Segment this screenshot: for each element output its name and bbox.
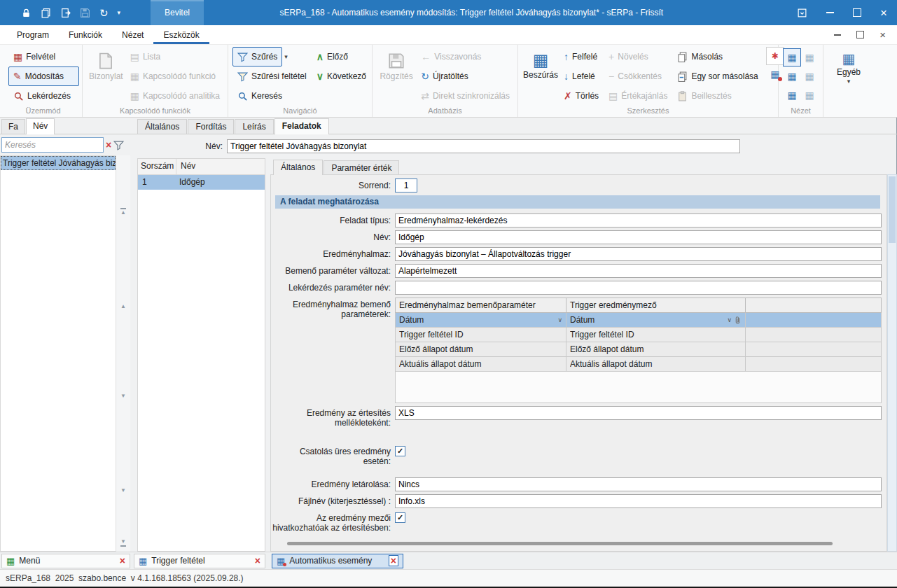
felfele-button[interactable]: ↑ Felfelé <box>559 47 604 66</box>
table-row[interactable]: Trigger feltétel ID Trigger feltétel ID <box>395 328 882 342</box>
bizonylat-button[interactable]: Bizonylat <box>87 47 125 106</box>
lista-button[interactable]: ▤ Lista <box>125 47 225 66</box>
eredmenyhalmaz-input[interactable] <box>395 247 882 261</box>
hivatkozas-checkbox[interactable]: ✓ <box>395 512 405 523</box>
beillesztes-button[interactable]: Beillesztés <box>672 86 763 106</box>
close-tab-icon[interactable]: × <box>255 556 260 566</box>
view-mode-4-button[interactable]: ▦ <box>800 67 819 85</box>
bemeno-valtozat-input[interactable] <box>395 264 882 278</box>
kapcsolodo-analitika-button[interactable]: ▦ Kapcsolódó analitika <box>125 86 225 106</box>
feladat-tipus-input[interactable] <box>395 214 882 227</box>
szures-button[interactable]: Szűrés <box>232 47 282 66</box>
vertical-scrollbar[interactable] <box>887 174 897 552</box>
bottom-tab-menu[interactable]: ▦ Menü × <box>1 554 130 568</box>
mdi-close-button[interactable]: × <box>879 29 886 40</box>
column-header-bemenoparameter[interactable]: Eredményhalmaz bemenőparaméter <box>395 298 566 313</box>
menu-funkciok[interactable]: Funkciók <box>59 25 112 44</box>
ertekajanlas-button[interactable]: ▤ Értékajánlás <box>604 86 672 106</box>
tab-altalanos[interactable]: Általános <box>137 119 187 134</box>
view-mode-6-button[interactable]: ▦ <box>800 86 819 104</box>
scroll-last-button[interactable]: ▼ <box>116 539 130 547</box>
lekerdezes-param-input[interactable] <box>395 281 882 295</box>
felvetel-button[interactable]: ▦ Felvétel <box>8 47 79 66</box>
egy-sor-masolasa-button[interactable]: Egy sor másolása <box>672 66 763 86</box>
tab-leiras[interactable]: Leírás <box>235 119 273 134</box>
menu-program[interactable]: Program <box>7 25 59 44</box>
close-button[interactable]: × <box>880 7 887 19</box>
scroll-down-button[interactable]: ▼ <box>116 393 130 399</box>
table-row[interactable]: Aktuális állapot dátum Aktuális állapot … <box>395 357 882 372</box>
clear-search-icon[interactable]: × <box>106 140 111 150</box>
bottom-tab-trigger-feltetel[interactable]: ▦ Trigger feltétel × <box>134 554 265 568</box>
view-mode-3-button[interactable]: ▦ <box>783 67 801 85</box>
egyeb-button[interactable]: ▦ Egyéb ▾ <box>828 47 870 85</box>
table-row[interactable]: Dátum ∨ Dátum ∨ <box>395 313 882 328</box>
column-header-eredmenymezo[interactable]: Trigger eredménymező <box>566 298 745 313</box>
visszavonas-button[interactable]: ← Visszavonás <box>416 47 515 66</box>
maximize-button[interactable] <box>853 8 861 17</box>
torles-button[interactable]: ✗ Törlés <box>559 86 604 106</box>
modositas-button[interactable]: ✎ Módosítás <box>8 66 79 86</box>
qat-dropdown-icon[interactable]: ▾ <box>118 10 121 16</box>
direkt-szinkronizalas-button[interactable]: ⇄ Direkt szinkronizálás <box>416 86 515 106</box>
titlebar-tab-bevitel[interactable]: Bevitel <box>151 0 204 25</box>
sorrend-input[interactable] <box>395 178 417 192</box>
detail-tab-parameter-ertek[interactable]: Paraméter érték <box>324 160 399 174</box>
view-mode-5-button[interactable]: ▦ <box>783 86 801 104</box>
close-tab-icon[interactable]: × <box>389 555 398 566</box>
filter-icon[interactable] <box>113 140 124 150</box>
detail-tab-altalanos[interactable]: Általános <box>273 160 323 175</box>
nev-input[interactable] <box>395 230 882 244</box>
scroll-page-down-button[interactable]: ▼ <box>116 488 130 493</box>
szures-dropdown-icon[interactable]: ▾ <box>284 54 288 60</box>
save-icon[interactable] <box>80 8 90 18</box>
szuresi-feltetel-button[interactable]: Szűrési feltétel <box>232 66 312 86</box>
elozo-button[interactable]: ∧ Előző <box>312 47 371 66</box>
tab-nev[interactable]: Név <box>26 118 55 134</box>
menu-eszkozok[interactable]: Eszközök <box>153 25 209 44</box>
vertical-scrollbar-thumb[interactable] <box>889 176 896 243</box>
ertesites-melleklet-input[interactable] <box>395 406 882 420</box>
horizontal-scrollbar-thumb[interactable] <box>287 542 833 545</box>
search-input[interactable] <box>1 137 104 153</box>
lock-icon[interactable] <box>21 8 32 18</box>
column-header-nev[interactable]: Név <box>176 159 265 174</box>
menu-nezet[interactable]: Nézet <box>112 25 153 44</box>
view-mode-1-button[interactable]: ▦ <box>783 48 801 66</box>
tab-fa[interactable]: Fa <box>1 119 25 134</box>
noveles-button[interactable]: + Növelés <box>604 47 672 66</box>
rogzites-button[interactable]: Rögzítés <box>377 47 416 106</box>
beszuras-button[interactable]: ▦ Beszúrás <box>522 47 559 106</box>
list-item[interactable]: Trigger feltétel Jóváhagyás bizonylat <box>1 156 116 170</box>
kapcsolodo-funkcio-button[interactable]: ▦ Kapcsolódó funkció <box>125 66 225 86</box>
cell-dropdown-icon[interactable]: ∨ <box>727 317 732 323</box>
csatolas-checkbox[interactable]: ✓ <box>395 446 405 456</box>
record-name-input[interactable] <box>227 139 740 153</box>
ujratoltes-button[interactable]: ↻ Újratöltés <box>416 66 515 86</box>
close-tab-icon[interactable]: × <box>120 556 125 566</box>
column-header-sorszam[interactable]: Sorszám <box>138 159 176 174</box>
mdi-maximize-button[interactable] <box>856 31 864 38</box>
view-mode-2-button[interactable]: ▦ <box>800 48 819 66</box>
csokkentes-button[interactable]: − Csökkentés <box>604 66 672 86</box>
table-row[interactable]: Előző állapot dátum Előző állapot dátum <box>395 342 882 357</box>
task-row[interactable]: 1 Időgép <box>138 175 265 190</box>
paperclip-icon[interactable] <box>734 316 742 325</box>
minimize-button[interactable] <box>826 12 834 13</box>
scroll-first-button[interactable]: ▲ <box>116 208 130 216</box>
mdi-minimize-button[interactable] <box>834 34 841 36</box>
masolas-button[interactable]: Másolás <box>672 47 763 66</box>
window-dock-icon[interactable] <box>797 8 807 18</box>
cell-dropdown-icon[interactable]: ∨ <box>557 317 562 323</box>
kovetkezo-button[interactable]: ∨ Következő <box>312 66 371 86</box>
bottom-tab-automatikus-esemeny[interactable]: ▦ Automatikus esemény × <box>272 554 403 568</box>
copy-pages-icon[interactable] <box>41 8 51 18</box>
page-export-icon[interactable] <box>60 8 71 18</box>
lefele-button[interactable]: ↓ Lefelé <box>559 66 604 86</box>
tab-feladatok[interactable]: Feladatok <box>274 118 329 134</box>
kereses-button[interactable]: Keresés <box>232 86 312 106</box>
fajlnev-input[interactable] <box>395 494 882 508</box>
tab-forditas[interactable]: Fordítás <box>188 119 234 134</box>
lekerdezes-button[interactable]: Lekérdezés <box>8 86 79 106</box>
letarolas-input[interactable] <box>395 477 882 491</box>
